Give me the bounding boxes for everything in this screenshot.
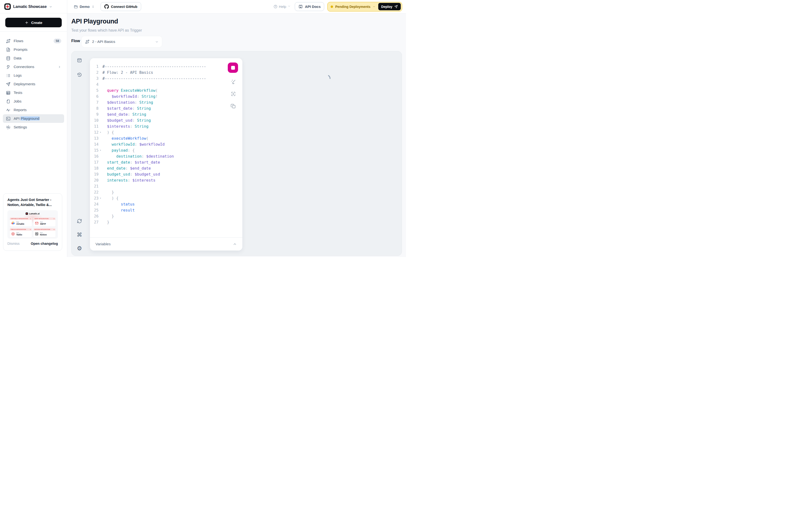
sidebar-item-label: Deployments (13, 82, 61, 86)
api-docs-button[interactable]: API Docs (295, 2, 324, 11)
sidebar-item-logs[interactable]: Logs (3, 71, 64, 80)
code-line: 27 } (90, 219, 225, 225)
code-line: 20 interests: $interests (90, 177, 225, 183)
code-text: } (103, 189, 225, 195)
connections-icon (6, 64, 11, 70)
main-content: API Playground Test your flows which hav… (67, 13, 406, 257)
line-number: 25 (90, 207, 98, 213)
line-number: 6 (90, 93, 98, 100)
flow-select-dropdown[interactable]: 2 - API Basics (82, 36, 162, 47)
fold-marker (98, 153, 103, 159)
code-text: query ExecuteWorkflow( (103, 87, 225, 93)
pending-deployments-label: Pending Deployments (335, 5, 370, 9)
code-text: executeWorkflow( (103, 135, 225, 141)
query-editor-panel: 1#--------------------------------------… (90, 58, 242, 250)
code-line: 14 workflowId: $workflowId (90, 141, 225, 147)
code-text: end_date: $end_date (103, 165, 225, 171)
project-switcher[interactable]: Demo (74, 4, 95, 9)
app-card-header: SMTP INTEGRATION▸ (33, 217, 56, 220)
fold-marker (98, 135, 103, 141)
sidebar-item-prompts[interactable]: Prompts (3, 45, 64, 54)
deploy-button[interactable]: Deploy (378, 3, 401, 10)
help-menu[interactable]: Help (273, 4, 292, 9)
fold-marker (98, 213, 103, 219)
data-icon (6, 56, 11, 61)
code-text: ) { (103, 195, 225, 201)
open-changelog-button[interactable]: Open changelog (31, 242, 58, 245)
code-line: 6 $workflowId: String! (90, 93, 225, 100)
variables-label: Variables (95, 242, 111, 246)
code-text: } (103, 213, 225, 219)
fold-marker (98, 165, 103, 171)
page-subtitle: Test your flows which have API as Trigge… (71, 28, 142, 33)
dismiss-button[interactable]: Dismiss (7, 242, 20, 245)
github-icon (104, 4, 109, 9)
fold-marker (98, 159, 103, 165)
line-number: 2 (90, 70, 98, 76)
fold-marker (98, 171, 103, 177)
fold-marker[interactable]: ▾ (98, 129, 103, 135)
code-line: 12▾ ) { (90, 129, 225, 135)
sidebar-item-settings[interactable]: Settings (3, 123, 64, 132)
sidebar-item-label: Jobs (13, 99, 61, 104)
code-text: destination: $destination (103, 153, 225, 159)
sidebar-item-tests[interactable]: Tests (3, 88, 64, 97)
code-line: 15▾ payload: { (90, 147, 225, 153)
merge-fragments-icon[interactable] (230, 91, 236, 97)
line-number: 9 (90, 111, 98, 117)
sidebar-item-connections[interactable]: Connections (3, 62, 64, 71)
airtable-icon (11, 221, 15, 225)
line-number: 1 (90, 63, 98, 70)
response-loading-spinner (322, 74, 331, 83)
keyboard-shortcuts-icon[interactable]: ⌘ (77, 232, 82, 238)
page-title: API Playground (71, 18, 118, 25)
prettify-icon[interactable] (230, 79, 236, 85)
graphql-query-editor[interactable]: 1#--------------------------------------… (90, 63, 225, 237)
line-number: 11 (90, 123, 98, 129)
sidebar-item-label: API Playground (13, 116, 61, 121)
fold-marker (98, 141, 103, 147)
workspace-switcher[interactable]: Lamatic Showcase (0, 0, 67, 13)
stop-execution-button[interactable] (228, 62, 238, 73)
chevron-down-icon (155, 40, 158, 44)
line-number: 7 (90, 100, 98, 105)
variables-section[interactable]: Variables (90, 237, 242, 250)
sidebar-item-data[interactable]: Data (3, 54, 64, 62)
code-text: interests: $interests (103, 177, 225, 183)
sidebar-divider (0, 31, 67, 32)
smtp-icon (35, 221, 38, 225)
sidebar-item-label: Data (13, 56, 61, 60)
flow-route-icon (85, 39, 90, 44)
code-line: 4 (90, 81, 225, 87)
fold-marker (98, 70, 103, 76)
editor-left-rail (77, 57, 82, 78)
flows-icon (6, 38, 11, 44)
code-line: 5 query ExecuteWorkflow( (90, 87, 225, 93)
pending-deployments-dropdown[interactable]: Pending Deployments Deploy (327, 2, 402, 11)
fold-marker[interactable]: ▾ (98, 195, 103, 201)
settings-gear-icon[interactable]: ⚙ (77, 245, 82, 251)
app-card-label: App (40, 232, 47, 234)
line-number: 21 (90, 183, 98, 189)
sidebar-item-reports[interactable]: Reports (3, 106, 64, 114)
fold-marker[interactable]: ▾ (98, 147, 103, 153)
sidebar-item-api-playground[interactable]: API Playground (3, 114, 64, 123)
sidebar-item-flows[interactable]: Flows58 (3, 37, 64, 45)
jobs-icon (6, 99, 11, 104)
changelog-app-card: TWILIO INTEGRATION▸AppTwilio (10, 228, 32, 237)
copy-query-icon[interactable] (230, 103, 236, 109)
project-name: Demo (80, 4, 90, 9)
sidebar-item-jobs[interactable]: Jobs (3, 97, 64, 106)
help-circle-icon (273, 4, 278, 9)
code-text: ) { (103, 129, 225, 135)
docs-panel-icon[interactable] (77, 57, 82, 63)
sidebar-item-deployments[interactable]: Deployments (3, 80, 64, 88)
connect-github-button[interactable]: Connect GitHub (100, 2, 141, 11)
editor-bottom-rail: ⌘ ⚙ (77, 218, 82, 251)
changelog-app-card: AIRTABLE INTEGRATION▸AppAirtable (10, 217, 32, 226)
refetch-schema-icon[interactable] (77, 218, 82, 224)
api-playground-icon (6, 116, 11, 121)
code-line: 17 start_date: $start_date (90, 159, 225, 165)
create-button[interactable]: Create (5, 18, 62, 27)
history-icon[interactable] (77, 72, 82, 78)
